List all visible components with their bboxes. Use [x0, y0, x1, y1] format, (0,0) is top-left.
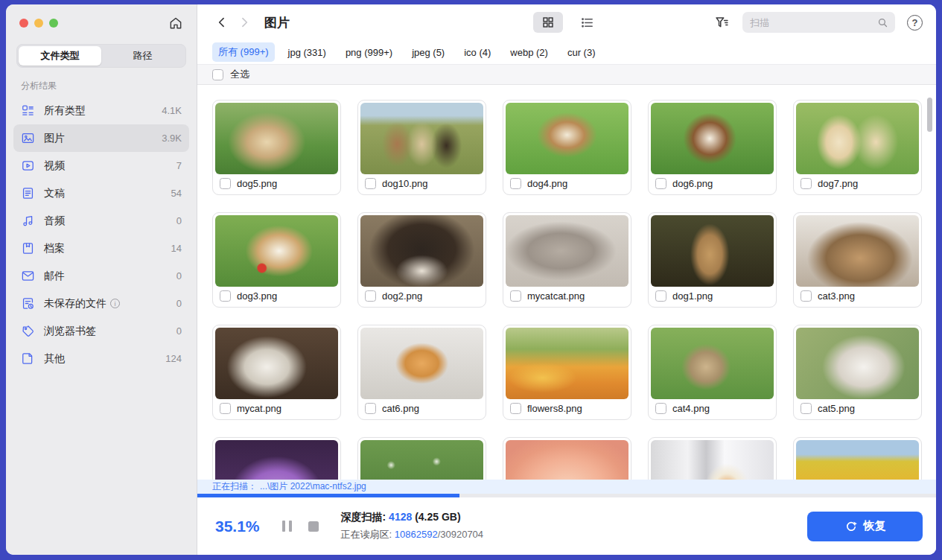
unsaved-file-icon	[21, 296, 35, 311]
file-card[interactable]: dog2.png	[357, 212, 486, 308]
filter-tab-webp[interactable]: webp (2)	[504, 44, 554, 61]
sidebar: 文件类型 路径 分析结果 所有类型 4.1K 图片 3.9K 视频 7 文	[6, 4, 197, 555]
file-checkbox[interactable]	[220, 290, 231, 302]
info-icon[interactable]: i	[110, 299, 120, 308]
file-card[interactable]: dog1.png	[648, 212, 777, 308]
file-card[interactable]: mycat.png	[212, 325, 341, 420]
file-card[interactable]: cat3.png	[793, 212, 922, 308]
file-card[interactable]: dog7.png	[793, 100, 922, 195]
file-thumbnail	[360, 328, 483, 399]
filter-tab-cur[interactable]: cur (3)	[561, 44, 602, 61]
sidebar-item-count: 0	[176, 325, 182, 337]
file-checkbox[interactable]	[220, 178, 231, 189]
file-name: dog5.png	[237, 178, 277, 189]
recover-button[interactable]: 恢复	[807, 512, 923, 541]
sidebar-item-label: 音频	[44, 214, 65, 228]
grid-view-button[interactable]	[533, 12, 563, 33]
filter-icon[interactable]	[713, 13, 731, 31]
tab-path[interactable]: 路径	[101, 46, 184, 66]
file-card[interactable]: dog4.png	[503, 100, 631, 195]
filter-tab-jpeg[interactable]: jpeg (5)	[406, 44, 451, 61]
sidebar-item-archives[interactable]: 档案 14	[13, 235, 189, 262]
filter-tab-png[interactable]: png (999+)	[340, 44, 398, 61]
file-card[interactable]: flower-purple	[212, 437, 341, 480]
file-card[interactable]: cat-window	[648, 437, 777, 480]
sidebar-item-label: 其他	[44, 352, 65, 366]
file-checkbox[interactable]	[510, 403, 521, 414]
stop-button[interactable]	[308, 521, 319, 532]
scanning-label: 正在扫描：	[212, 480, 257, 493]
file-card[interactable]: flower-peach	[503, 437, 631, 480]
search-input[interactable]	[750, 17, 876, 28]
help-icon[interactable]: ?	[907, 15, 923, 31]
file-card[interactable]: cat4.png	[648, 325, 777, 420]
back-button[interactable]	[212, 13, 232, 32]
footer-bar: 35.1% 深度扫描: 4128 (4.25 GB) 正在读扇区: 108625…	[197, 497, 936, 555]
file-card[interactable]: dog5.png	[212, 100, 341, 195]
sidebar-item-mail[interactable]: 邮件 0	[13, 262, 189, 290]
zoom-button[interactable]	[49, 19, 58, 28]
sidebar-item-videos[interactable]: 视频 7	[13, 152, 189, 179]
file-checkbox[interactable]	[510, 178, 521, 189]
traffic-lights	[19, 19, 58, 28]
file-checkbox[interactable]	[510, 290, 521, 302]
select-all-checkbox[interactable]	[212, 69, 223, 80]
tab-file-types[interactable]: 文件类型	[19, 46, 101, 66]
file-card[interactable]: flower-clover	[357, 437, 486, 480]
sidebar-item-documents[interactable]: 文稿 54	[13, 179, 189, 207]
file-card[interactable]: flowers8.png	[503, 325, 631, 420]
minimize-button[interactable]	[34, 19, 43, 28]
scrollbar-thumb[interactable]	[927, 98, 932, 132]
file-checkbox[interactable]	[220, 403, 231, 414]
sidebar-item-images[interactable]: 图片 3.9K	[13, 124, 189, 152]
file-checkbox[interactable]	[801, 178, 812, 189]
forward-button[interactable]	[235, 13, 254, 32]
sidebar-item-count: 3.9K	[162, 133, 182, 144]
all-types-icon	[21, 104, 35, 118]
file-card[interactable]: sunflowers	[793, 437, 922, 480]
file-checkbox[interactable]	[365, 290, 376, 302]
file-checkbox[interactable]	[655, 290, 666, 302]
filter-tab-jpg[interactable]: jpg (331)	[282, 44, 332, 61]
file-checkbox[interactable]	[801, 403, 812, 414]
sidebar-item-count: 124	[165, 353, 182, 364]
sidebar-item-browser-bookmarks[interactable]: 浏览器书签 0	[13, 317, 189, 345]
file-thumbnail	[215, 440, 338, 480]
file-checkbox[interactable]	[801, 290, 812, 302]
scanning-path: ...\图片 2022\mac-ntfs2.jpg	[260, 480, 366, 493]
file-checkbox[interactable]	[365, 178, 376, 189]
file-checkbox[interactable]	[655, 178, 666, 189]
sidebar-item-label: 所有类型	[44, 104, 86, 118]
sidebar-item-label: 图片	[44, 132, 65, 145]
home-icon[interactable]	[168, 16, 183, 31]
file-card[interactable]: cat6.png	[357, 325, 486, 420]
file-checkbox[interactable]	[365, 403, 376, 414]
sidebar-item-label: 档案	[44, 242, 65, 255]
file-card[interactable]: dog3.png	[212, 212, 341, 308]
pause-button[interactable]	[282, 521, 292, 532]
sidebar-item-all-types[interactable]: 所有类型 4.1K	[13, 97, 189, 124]
sidebar-item-audio[interactable]: 音频 0	[13, 207, 189, 235]
file-card[interactable]: dog6.png	[648, 100, 777, 195]
file-checkbox[interactable]	[655, 403, 666, 414]
sector-total: /30920704	[438, 529, 483, 540]
search-icon[interactable]	[876, 16, 889, 29]
list-view-button[interactable]	[572, 12, 602, 33]
sidebar-item-count: 4.1K	[162, 105, 182, 116]
close-button[interactable]	[19, 19, 28, 28]
file-card[interactable]: mycatcat.png	[503, 212, 631, 308]
view-toggle-group	[533, 12, 602, 33]
sidebar-item-other[interactable]: 其他 124	[13, 345, 189, 372]
filter-tab-ico[interactable]: ico (4)	[458, 44, 497, 61]
file-name: cat6.png	[382, 403, 419, 414]
sidebar-list: 所有类型 4.1K 图片 3.9K 视频 7 文稿 54 音频 0	[6, 95, 197, 374]
sidebar-item-unsaved-files[interactable]: 未保存的文件 i 0	[13, 290, 189, 317]
bookmark-tag-icon	[21, 324, 35, 338]
file-grid: dog5.png dog10.png dog4.png dog6.png dog…	[197, 85, 936, 480]
sidebar-item-count: 0	[176, 298, 182, 309]
filter-tab-all[interactable]: 所有 (999+)	[212, 42, 275, 62]
file-card[interactable]: cat5.png	[793, 325, 922, 420]
recover-button-label: 恢复	[864, 519, 886, 533]
file-card[interactable]: dog10.png	[357, 100, 486, 195]
sidebar-item-count: 54	[171, 188, 182, 199]
